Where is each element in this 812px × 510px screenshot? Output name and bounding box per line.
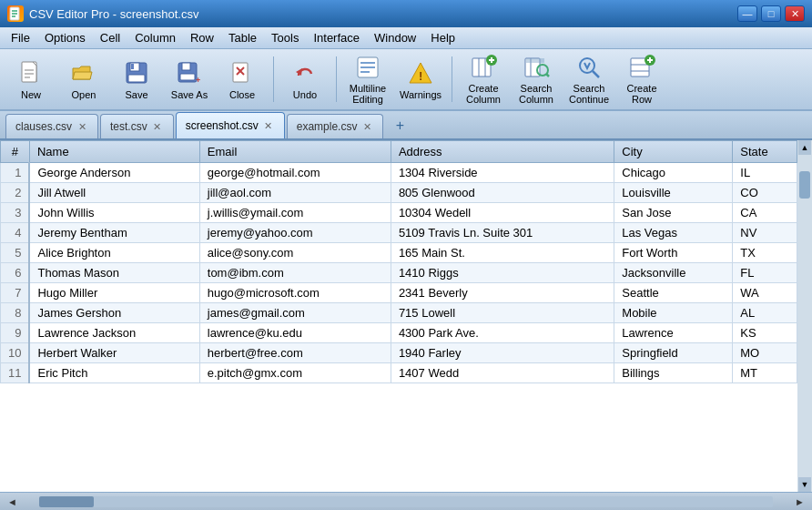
cell-name[interactable]: James Gershon — [29, 303, 199, 323]
menu-table[interactable]: Table — [221, 29, 264, 46]
cell-name[interactable]: Hugo Miller — [29, 283, 199, 303]
menu-column[interactable]: Column — [127, 29, 183, 46]
cell-city[interactable]: Fort Worth — [614, 243, 733, 263]
table-row[interactable]: 8James Gershonjames@gmail.com715 LowellM… — [1, 303, 797, 323]
cell-state[interactable]: KS — [733, 323, 797, 343]
cell-address[interactable]: 715 Lowell — [391, 303, 614, 323]
scroll-thumb-v[interactable] — [799, 171, 810, 199]
cell-name[interactable]: Eric Pitch — [29, 363, 199, 383]
tab-test-close[interactable]: ✕ — [151, 120, 164, 133]
scroll-right-btn[interactable]: ► — [795, 496, 805, 507]
cell-email[interactable]: jeremy@yahoo.com — [199, 223, 391, 243]
vertical-scrollbar[interactable]: ▲ ▼ — [797, 140, 812, 492]
cell-email[interactable]: alice@sony.com — [199, 243, 391, 263]
cell-name[interactable]: Herbert Walker — [29, 343, 199, 363]
cell-address[interactable]: 5109 Travis Ln. Suite 301 — [391, 223, 614, 243]
table-row[interactable]: 3John Willisj.willis@ymail.com10304 Wede… — [1, 203, 797, 223]
toolbar-btn-open[interactable]: Open — [58, 53, 109, 106]
cell-address[interactable]: 1940 Farley — [391, 343, 614, 363]
add-tab-button[interactable]: + — [389, 115, 411, 137]
cell-state[interactable]: MO — [733, 343, 797, 363]
cell-name[interactable]: Jeremy Bentham — [29, 223, 199, 243]
table-row[interactable]: 4Jeremy Benthamjeremy@yahoo.com5109 Trav… — [1, 223, 797, 243]
cell-state[interactable]: FL — [733, 263, 797, 283]
cell-email[interactable]: lawrence@ku.edu — [199, 323, 391, 343]
cell-state[interactable]: NV — [733, 223, 797, 243]
cell-city[interactable]: San Jose — [614, 203, 733, 223]
cell-name[interactable]: Jill Atwell — [29, 183, 199, 203]
cell-city[interactable]: Louisville — [614, 183, 733, 203]
toolbar-btn-searchcont[interactable]: SearchContinue — [563, 53, 614, 106]
tab-screenshot-close[interactable]: ✕ — [262, 119, 275, 132]
cell-city[interactable]: Springfield — [614, 343, 733, 363]
cell-city[interactable]: Chicago — [614, 163, 733, 183]
cell-name[interactable]: Thomas Mason — [29, 263, 199, 283]
cell-city[interactable]: Mobile — [614, 303, 733, 323]
cell-address[interactable]: 10304 Wedell — [391, 203, 614, 223]
cell-name[interactable]: George Anderson — [29, 163, 199, 183]
cell-state[interactable]: IL — [733, 163, 797, 183]
tab-clauses-close[interactable]: ✕ — [76, 120, 88, 133]
scroll-thumb-h[interactable] — [39, 496, 94, 507]
table-row[interactable]: 6Thomas Masontom@ibm.com1410 RiggsJackso… — [1, 263, 797, 283]
menu-interface[interactable]: Interface — [306, 29, 367, 46]
cell-city[interactable]: Lawrence — [614, 323, 733, 343]
table-row[interactable]: 7Hugo Millerhugo@microsoft.com2341 Bever… — [1, 283, 797, 303]
cell-city[interactable]: Jacksonville — [614, 263, 733, 283]
menu-options[interactable]: Options — [37, 29, 93, 46]
tab-screenshot[interactable]: screenshot.csv✕ — [176, 112, 285, 138]
cell-email[interactable]: hugo@microsoft.com — [199, 283, 391, 303]
cell-name[interactable]: Lawrence Jackson — [29, 323, 199, 343]
table-row[interactable]: 1George Andersongeorge@hotmail.com1304 R… — [1, 163, 797, 183]
tab-example-close[interactable]: ✕ — [360, 120, 373, 133]
scroll-left-btn[interactable]: ◄ — [7, 496, 17, 507]
cell-city[interactable]: Las Vegas — [614, 223, 733, 243]
menu-cell[interactable]: Cell — [93, 29, 127, 46]
toolbar-btn-multiline[interactable]: MultilineEditing — [342, 53, 393, 106]
toolbar-btn-saveas[interactable]: +Save As — [164, 53, 215, 106]
horizontal-scrollbar[interactable] — [39, 496, 773, 507]
cell-address[interactable]: 2341 Beverly — [391, 283, 614, 303]
toolbar-btn-save[interactable]: Save — [111, 53, 162, 106]
toolbar-btn-close[interactable]: Close — [217, 53, 268, 106]
cell-email[interactable]: jill@aol.com — [199, 183, 391, 203]
cell-address[interactable]: 1304 Riverside — [391, 163, 614, 183]
cell-email[interactable]: james@gmail.com — [199, 303, 391, 323]
cell-email[interactable]: tom@ibm.com — [199, 263, 391, 283]
cell-email[interactable]: e.pitch@gmx.com — [199, 363, 391, 383]
cell-state[interactable]: CA — [733, 203, 797, 223]
cell-email[interactable]: j.willis@ymail.com — [199, 203, 391, 223]
cell-address[interactable]: 4300 Park Ave. — [391, 323, 614, 343]
cell-email[interactable]: herbert@free.com — [199, 343, 391, 363]
tab-example[interactable]: example.csv✕ — [287, 114, 384, 138]
table-row[interactable]: 5Alice Brightonalice@sony.com165 Main St… — [1, 243, 797, 263]
cell-name[interactable]: Alice Brighton — [29, 243, 199, 263]
toolbar-btn-createrow[interactable]: CreateRow — [616, 53, 667, 106]
cell-address[interactable]: 165 Main St. — [391, 243, 614, 263]
cell-state[interactable]: WA — [733, 283, 797, 303]
cell-email[interactable]: george@hotmail.com — [199, 163, 391, 183]
table-row[interactable]: 9Lawrence Jacksonlawrence@ku.edu4300 Par… — [1, 323, 797, 343]
toolbar-btn-new[interactable]: New — [5, 53, 56, 106]
cell-state[interactable]: TX — [733, 243, 797, 263]
cell-state[interactable]: AL — [733, 303, 797, 323]
cell-city[interactable]: Seattle — [614, 283, 733, 303]
cell-state[interactable]: MT — [733, 363, 797, 383]
menu-window[interactable]: Window — [367, 29, 423, 46]
toolbar-btn-createcol[interactable]: CreateColumn — [458, 53, 509, 106]
tab-clauses[interactable]: clauses.csv✕ — [5, 114, 98, 138]
cell-address[interactable]: 1407 Wedd — [391, 363, 614, 383]
cell-address[interactable]: 805 Glenwood — [391, 183, 614, 203]
tab-test[interactable]: test.csv✕ — [100, 114, 174, 138]
toolbar-btn-undo[interactable]: Undo — [279, 53, 330, 106]
cell-address[interactable]: 1410 Riggs — [391, 263, 614, 283]
toolbar-btn-warnings[interactable]: !Warnings — [395, 53, 446, 106]
cell-city[interactable]: Billings — [614, 363, 733, 383]
table-row[interactable]: 10Herbert Walkerherbert@free.com1940 Far… — [1, 343, 797, 363]
close-button[interactable]: ✕ — [785, 5, 805, 22]
menu-file[interactable]: File — [4, 29, 37, 46]
table-row[interactable]: 2Jill Atwelljill@aol.com805 GlenwoodLoui… — [1, 183, 797, 203]
menu-help[interactable]: Help — [423, 29, 462, 46]
table-row[interactable]: 11Eric Pitche.pitch@gmx.com1407 WeddBill… — [1, 363, 797, 383]
maximize-button[interactable]: □ — [761, 5, 781, 22]
